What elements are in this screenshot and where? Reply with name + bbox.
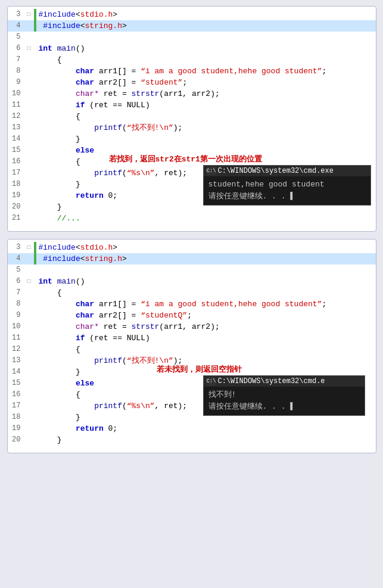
green-bar [34, 20, 36, 32]
cmd-line-2: 请按任意键继续. . . ▌ [208, 401, 360, 413]
line-number: 10 [8, 321, 24, 332]
line-number: 3 [8, 9, 24, 20]
code-line-7: 7 { [8, 287, 376, 298]
line-content: char arr2[] = “student”; [39, 77, 376, 88]
line-number: 11 [8, 332, 24, 344]
line-number: 17 [8, 167, 24, 179]
line-content: { [39, 111, 376, 122]
line-number: 16 [8, 389, 24, 400]
line-content: #include<stdio.h> [39, 242, 376, 253]
line-number: 6 [8, 276, 24, 287]
line-number: 12 [8, 344, 24, 355]
line-content: int main() [39, 276, 376, 287]
line-content: return 0; [39, 423, 376, 434]
line-number: 21 [8, 213, 24, 224]
line-number: 18 [8, 179, 24, 190]
code-line-7: 7 { [8, 54, 376, 66]
cmd-titlebar-2: C:\ C:\WINDOWS\system32\cmd.e [204, 376, 365, 387]
code-area-2: 3 □ #include<stdio.h> 4 #include<string.… [8, 239, 376, 448]
cmd-titlebar-1: C:\ C:\WINDOWS\system32\cmd.exe [204, 166, 370, 176]
fold-icon[interactable]: □ [24, 242, 34, 253]
cmd-body-1: student,hehe good student 请按任意键继续. . . ▌ [204, 176, 370, 205]
code-line-9: 9 char arr2[] = “studentQ”; [8, 310, 376, 321]
code-line-4: 4 #include<string.h> [8, 20, 376, 32]
line-content: } [39, 133, 376, 145]
line-number: 13 [8, 355, 24, 366]
code-line-12: 12 { [8, 344, 376, 355]
line-content: #include<string.h> [39, 253, 376, 265]
cmd-window-1: C:\ C:\WINDOWS\system32\cmd.exe student,… [203, 165, 371, 206]
code-line-8: 8 char arr1[] = “i am a good student,heh… [8, 66, 376, 77]
line-number: 20 [8, 201, 24, 213]
fold-icon[interactable]: □ [24, 276, 34, 287]
line-content: if (ret == NULL) [39, 332, 376, 344]
line-number: 5 [8, 32, 24, 43]
line-number: 3 [8, 242, 24, 253]
cmd-icon-2: C:\ [207, 377, 216, 385]
code-panel-1: 3 □ #include<stdio.h> 4 #include<string.… [7, 6, 376, 232]
code-line-14: 14 } [8, 133, 376, 145]
line-content: { [39, 344, 376, 355]
code-line-5: 5 [8, 265, 376, 276]
line-number: 10 [8, 88, 24, 99]
line-number: 9 [8, 310, 24, 321]
cmd-title-text: C:\WINDOWS\system32\cmd.exe [218, 167, 334, 175]
line-number: 9 [8, 77, 24, 88]
cmd-line-1: 找不到! [208, 389, 360, 401]
line-number: 7 [8, 54, 24, 66]
code-line-10: 10 char* ret = strstr(arr1, arr2); [8, 321, 376, 332]
code-panel-2: 3 □ #include<stdio.h> 4 #include<string.… [7, 239, 376, 453]
line-number: 4 [8, 253, 24, 265]
line-content: //... [39, 213, 376, 224]
cmd-line-1: student,hehe good student [208, 179, 366, 191]
panel1-annotation: 若找到，返回str2在str1第一次出现的位置 [109, 154, 262, 164]
line-number: 7 [8, 287, 24, 298]
code-line-3: 3 □ #include<stdio.h> [8, 9, 376, 20]
line-number: 4 [8, 20, 24, 32]
line-number: 19 [8, 190, 24, 201]
fold-icon[interactable]: □ [24, 9, 34, 20]
line-content: } [39, 434, 376, 446]
green-bar [34, 242, 36, 253]
code-line-11: 11 if (ret == NULL) [8, 99, 376, 111]
line-number: 19 [8, 423, 24, 434]
green-bar [34, 253, 36, 265]
line-number: 6 [8, 43, 24, 54]
line-number: 18 [8, 412, 24, 423]
line-content: #include<stdio.h> [39, 9, 376, 20]
cmd-window-2: C:\ C:\WINDOWS\system32\cmd.e 找不到! 请按任意键… [203, 375, 365, 416]
cmd-body-2: 找不到! 请按任意键继续. . . ▌ [204, 387, 365, 415]
line-number: 8 [8, 298, 24, 310]
code-line-4: 4 #include<string.h> [8, 253, 376, 265]
code-line-6: 6 □ int main() [8, 43, 376, 54]
line-number: 16 [8, 156, 24, 167]
line-content: if (ret == NULL) [39, 99, 376, 111]
code-line-9: 9 char arr2[] = “student”; [8, 77, 376, 88]
line-content: printf(“找不到!\n”); [39, 122, 376, 133]
panel2-annotation: 若未找到，则返回空指针 [157, 364, 242, 375]
cmd-title-text-2: C:\WINDOWS\system32\cmd.e [218, 377, 325, 385]
code-line-11: 11 if (ret == NULL) [8, 332, 376, 344]
code-line-12: 12 { [8, 111, 376, 122]
code-line-10: 10 char* ret = strstr(arr1, arr2); [8, 88, 376, 99]
line-content: { [39, 54, 376, 66]
code-line-5: 5 [8, 32, 376, 43]
line-content: #include<string.h> [39, 20, 376, 32]
line-number: 13 [8, 122, 24, 133]
line-content: char arr2[] = “studentQ”; [39, 310, 376, 321]
line-content: char* ret = strstr(arr1, arr2); [39, 88, 376, 99]
code-line-8: 8 char arr1[] = “i am a good student,heh… [8, 298, 376, 310]
line-number: 8 [8, 66, 24, 77]
code-line-19: 19 return 0; [8, 423, 376, 434]
line-number: 15 [8, 145, 24, 156]
line-number: 17 [8, 400, 24, 412]
line-number: 11 [8, 99, 24, 111]
line-number: 15 [8, 378, 24, 389]
code-line-6: 6 □ int main() [8, 276, 376, 287]
cmd-icon: C:\ [207, 167, 216, 175]
green-bar [34, 9, 36, 20]
line-content: char arr1[] = “i am a good student,hehe … [39, 298, 376, 310]
fold-icon[interactable]: □ [24, 43, 34, 54]
line-content: int main() [39, 43, 376, 54]
line-number: 20 [8, 434, 24, 446]
